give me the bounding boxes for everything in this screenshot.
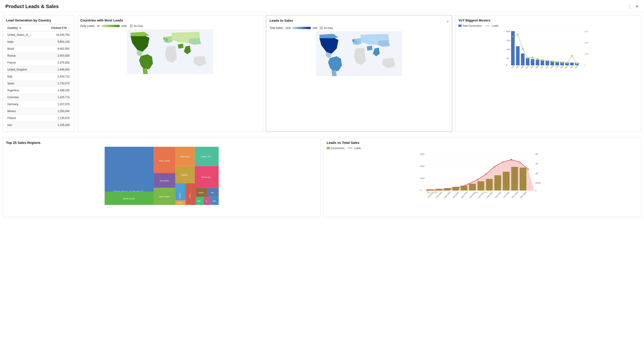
lead-generation-panel: Lead Generation by Country Country ⇅ Cli… bbox=[3, 15, 74, 132]
svg-text:GBR: GBR bbox=[535, 65, 539, 69]
svg-point-114 bbox=[426, 190, 428, 191]
svg-text:BRA: BRA bbox=[520, 65, 524, 69]
sales-legend: Total Sales: 160K 16M No Data bbox=[270, 27, 448, 30]
svg-text:Iran (52K): Iran (52K) bbox=[160, 180, 169, 182]
most-leads-title: Countries with Most Leads bbox=[80, 18, 260, 22]
cta-cell: 1,337,078 bbox=[42, 101, 71, 108]
sort-icon-cta: ↓ bbox=[68, 27, 70, 29]
svg-text:2B: 2B bbox=[535, 153, 538, 155]
svg-point-37 bbox=[552, 61, 553, 62]
sales-nodata-box bbox=[320, 27, 323, 30]
svg-text:Mar-2020: Mar-2020 bbox=[444, 191, 451, 198]
svg-text:60M: 60M bbox=[584, 31, 588, 33]
table-row: France2,376,852 bbox=[6, 59, 71, 66]
total-sales-label: Total Sales: bbox=[270, 27, 283, 30]
svg-point-116 bbox=[443, 189, 444, 190]
expand-icon[interactable]: ↗ bbox=[446, 20, 449, 24]
country-cell: Mexico bbox=[6, 108, 42, 115]
svg-text:POL: POL bbox=[570, 65, 574, 69]
cta-cell: 1,498,160 bbox=[42, 87, 71, 94]
svg-point-118 bbox=[460, 186, 461, 187]
svg-point-126 bbox=[527, 169, 528, 170]
svg-rect-19 bbox=[531, 59, 534, 65]
svg-text:Brazil (181K): Brazil (181K) bbox=[123, 198, 135, 200]
svg-text:Chil...: Chil... bbox=[212, 200, 217, 202]
svg-text:USA: USA bbox=[510, 65, 514, 69]
table-row: Iran1,108,269 bbox=[6, 122, 71, 129]
svg-point-40 bbox=[566, 62, 568, 64]
svg-text:20M: 20M bbox=[420, 177, 424, 179]
cta-cell: 1,135,676 bbox=[42, 115, 71, 122]
top25-panel: Top 25 Sales Regions United_States_of_Am… bbox=[3, 137, 321, 217]
svg-point-41 bbox=[571, 55, 572, 56]
svg-text:Argenti...: Argenti... bbox=[181, 174, 189, 176]
svg-text:500M: 500M bbox=[535, 182, 541, 184]
most-leads-legend: Daily Leads: 3K 299K No Data bbox=[80, 24, 260, 28]
svg-text:COL: COL bbox=[555, 65, 559, 69]
svg-text:DEU: DEU bbox=[560, 65, 564, 69]
svg-text:9M: 9M bbox=[484, 191, 487, 194]
country-cell: Iran bbox=[6, 122, 42, 129]
iran-shape bbox=[178, 44, 183, 49]
svg-point-120 bbox=[477, 179, 478, 180]
svg-text:45K: 45K bbox=[434, 191, 438, 194]
svg-text:Bel...: Bel... bbox=[198, 200, 202, 202]
table-row: Germany1,337,078 bbox=[6, 101, 71, 108]
world-map-leads bbox=[80, 29, 260, 74]
leads-area bbox=[427, 160, 534, 191]
leads-gradient-bar bbox=[102, 25, 120, 27]
sales-nodata-label: No Data bbox=[324, 27, 333, 29]
svg-point-35 bbox=[542, 60, 543, 61]
svg-text:Apr-2020: Apr-2020 bbox=[452, 191, 459, 198]
cta-cell: 9,884,100 bbox=[42, 39, 71, 46]
svg-point-31 bbox=[522, 48, 523, 50]
cta-cell: 1,843,712 bbox=[42, 73, 71, 80]
yoy-bar-legend: Total Conversions bbox=[458, 24, 482, 27]
table-row: Russia2,653,928 bbox=[6, 52, 71, 59]
svg-text:0: 0 bbox=[584, 64, 586, 66]
svg-text:20M: 20M bbox=[584, 53, 588, 55]
table-row: Spain1,730,575 bbox=[6, 80, 71, 87]
svg-rect-18 bbox=[526, 58, 529, 65]
table-row: Brazil6,901,952 bbox=[6, 46, 71, 52]
svg-rect-27 bbox=[570, 63, 574, 65]
svg-point-30 bbox=[517, 34, 518, 35]
cta-cell: 1,250,044 bbox=[42, 108, 71, 115]
country-col-header[interactable]: Country ⇅ bbox=[6, 25, 42, 32]
svg-rect-20 bbox=[536, 60, 539, 65]
svg-text:Dec-2020: Dec-2020 bbox=[520, 191, 527, 199]
menu-icon[interactable]: ⋮ bbox=[628, 4, 632, 9]
svg-point-32 bbox=[527, 57, 528, 59]
svg-text:2B: 2B bbox=[535, 162, 538, 165]
france-shape bbox=[165, 38, 168, 41]
lvs-bar-color bbox=[327, 147, 330, 149]
svg-text:1B: 1B bbox=[535, 172, 538, 174]
header-icons: ⋮ ✕ bbox=[628, 4, 639, 9]
argentina-shape bbox=[143, 68, 148, 74]
svg-point-125 bbox=[519, 161, 520, 163]
cta-cell: 16,256,754 bbox=[42, 32, 71, 39]
lvs-bar-label: Conversions bbox=[331, 147, 344, 149]
svg-text:Polan...: Polan... bbox=[177, 202, 184, 204]
leads-min-num: 3K bbox=[97, 25, 100, 27]
svg-point-123 bbox=[502, 161, 503, 163]
yoy-bar-label: Total Conversions bbox=[462, 24, 482, 27]
svg-text:FRA: FRA bbox=[530, 65, 534, 69]
svg-point-38 bbox=[556, 61, 558, 63]
svg-point-36 bbox=[546, 60, 548, 61]
cta-col-header[interactable]: Clicked CTA ↓ bbox=[42, 25, 71, 32]
svg-point-117 bbox=[452, 188, 453, 189]
lead-generation-title: Lead Generation by Country bbox=[6, 18, 71, 22]
lvs-bar-legend: Conversions bbox=[327, 147, 344, 149]
svg-text:ESP: ESP bbox=[545, 65, 549, 69]
leads-to-sales-map bbox=[270, 31, 448, 76]
svg-text:Spain (48K): Spain (48K) bbox=[159, 196, 170, 198]
close-icon[interactable]: ✕ bbox=[635, 4, 639, 9]
svg-point-33 bbox=[532, 57, 533, 58]
table-row: India9,884,100 bbox=[6, 39, 71, 46]
country-cell: Spain bbox=[6, 80, 42, 87]
country-cell: United_States_of_... bbox=[6, 32, 42, 39]
most-leads-panel: Countries with Most Leads Daily Leads: 3… bbox=[77, 15, 263, 132]
table-row: Colombia1,425,774 bbox=[6, 94, 71, 101]
svg-text:0: 0 bbox=[420, 189, 422, 191]
